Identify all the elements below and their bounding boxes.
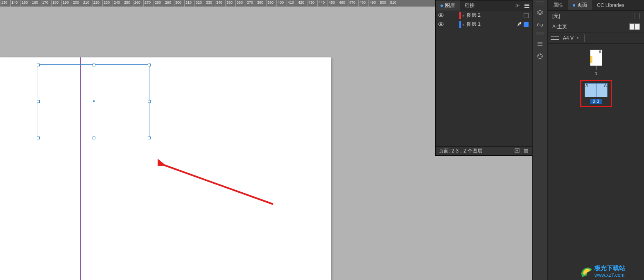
content-indicator (590, 56, 592, 63)
tab-indicator-icon (573, 4, 575, 7)
layers-list: ▸ 图层 2 ▸ 图层 1 (436, 11, 532, 138)
master-thumb-icon (635, 23, 640, 30)
palette-icon (537, 53, 543, 59)
panel-collapse-button[interactable]: >> (512, 0, 522, 11)
svg-point-3 (440, 14, 442, 16)
dock-links-button[interactable] (533, 19, 547, 31)
layer-row[interactable]: ▸ 图层 1 (436, 20, 532, 29)
resize-handle-tl[interactable] (37, 64, 40, 66)
resize-handle-bl[interactable] (37, 137, 40, 139)
master-a-label: A-主页 (552, 23, 567, 30)
resize-handle-tm[interactable] (93, 64, 95, 66)
eye-icon (438, 13, 444, 17)
resize-handle-br[interactable] (148, 137, 151, 139)
layer-row[interactable]: ▸ 图层 2 (436, 11, 532, 20)
master-thumb-icon (635, 13, 640, 19)
horizontal-ruler[interactable]: 1301401501601701801902002102202302402502… (0, 0, 435, 7)
master-badge: A (604, 83, 607, 88)
active-pen-icon[interactable] (515, 21, 524, 27)
tab-properties-label: 属性 (553, 2, 563, 9)
chevron-down-icon[interactable]: ▼ (576, 36, 579, 40)
double-chevron-icon: >> (515, 3, 519, 8)
page-1-thumb[interactable]: A 1 (590, 50, 602, 76)
pages-panel[interactable]: 属性 页面 CC Libraries [无] A-主页 A4 V ▼ (548, 0, 644, 280)
resize-handle-ml[interactable] (37, 100, 40, 103)
plus-page-icon (515, 148, 520, 153)
resize-handle-mr[interactable] (148, 100, 151, 103)
svg-point-18 (538, 55, 539, 56)
layers-panel[interactable]: 图层 链接 >> ▸ 图层 2 ▸ 图层 1 (435, 0, 532, 156)
layers-icon (537, 10, 543, 16)
resize-handle-bm[interactable] (93, 137, 95, 139)
master-thumb-icon (629, 23, 635, 30)
dock-layers-button[interactable] (533, 7, 547, 19)
page-preset-label[interactable]: A4 V (563, 35, 574, 41)
layer-name[interactable]: 图层 2 (467, 12, 515, 19)
selected-spread-highlight: A A 2-3 (580, 80, 612, 107)
dock-stroke-button[interactable] (533, 38, 547, 50)
tab-links[interactable]: 链接 (460, 0, 479, 11)
layers-status-text: 页面: 2-3，2 个图层 (439, 148, 482, 155)
document-pasteboard[interactable]: 1301401501601701801902002102202302402502… (0, 0, 435, 280)
svg-point-17 (538, 54, 542, 59)
links-icon (537, 22, 543, 28)
layer-name[interactable]: 图层 1 (467, 21, 515, 28)
spread-2-3-thumb[interactable]: A A (585, 83, 608, 97)
master-a-row[interactable]: A-主页 (548, 21, 644, 32)
tab-layers[interactable]: 图层 (436, 0, 460, 11)
tab-pages[interactable]: 页面 (568, 0, 592, 10)
dock-grip[interactable] (536, 1, 544, 5)
list-icon[interactable] (551, 36, 559, 40)
master-badge: A (585, 83, 588, 88)
delete-layer-button[interactable] (524, 148, 529, 154)
layers-panel-tabs: 图层 链接 >> (436, 0, 532, 11)
master-none-label: [无] (552, 13, 560, 20)
svg-point-5 (440, 23, 442, 25)
page-preset-bar: A4 V ▼ (548, 32, 644, 44)
layers-panel-status-bar: 页面: 2-3，2 个图层 (436, 146, 532, 155)
pages-panel-tabs: 属性 页面 CC Libraries (548, 0, 644, 11)
svg-point-20 (541, 56, 542, 57)
tab-pages-label: 页面 (577, 2, 587, 9)
master-badge: A (599, 50, 601, 54)
svg-rect-9 (524, 149, 528, 153)
selection-proxy[interactable] (524, 22, 529, 27)
disclosure-icon[interactable]: ▸ (463, 14, 467, 18)
resize-handle-tr[interactable] (148, 64, 151, 66)
layer-color-swatch (459, 12, 461, 19)
pages-thumbnail-area[interactable]: A 1 A A 2-3 (548, 44, 644, 113)
page-1-label: 1 (595, 71, 597, 76)
divider (584, 34, 585, 42)
panel-menu-button[interactable] (522, 0, 532, 11)
tab-cc-libraries[interactable]: CC Libraries (592, 0, 629, 10)
svg-text:极光下载站: 极光下载站 (594, 264, 625, 271)
page-connector (596, 66, 597, 70)
tab-cclib-label: CC Libraries (597, 2, 624, 8)
trash-icon (524, 148, 529, 153)
selected-rectangle-frame[interactable] (38, 64, 149, 138)
eye-icon (438, 22, 444, 26)
masters-section: [无] A-主页 (548, 11, 644, 32)
disclosure-icon[interactable]: ▸ (463, 23, 467, 27)
tab-layers-label: 图层 (445, 2, 455, 9)
selection-center-icon (93, 100, 95, 102)
dock-grip[interactable] (536, 32, 544, 36)
hamburger-icon (524, 5, 529, 6)
tab-properties[interactable]: 属性 (548, 0, 568, 10)
pen-icon (517, 21, 522, 26)
visibility-toggle[interactable] (436, 22, 446, 27)
svg-point-19 (540, 54, 541, 55)
new-layer-button[interactable] (515, 148, 520, 154)
tab-indicator-icon (441, 5, 443, 7)
selection-proxy[interactable] (524, 13, 529, 18)
tab-links-label: 链接 (465, 2, 475, 9)
visibility-toggle[interactable] (436, 13, 446, 18)
svg-marker-13 (537, 10, 543, 14)
layer-color-swatch (459, 21, 461, 28)
collapsed-panel-dock[interactable] (532, 0, 548, 280)
master-none-row[interactable]: [无] (548, 11, 644, 21)
spread-label: 2-3 (590, 99, 602, 104)
svg-text:www.xz7.com: www.xz7.com (594, 272, 624, 278)
dock-color-button[interactable] (533, 50, 547, 62)
site-watermark: 极光下载站 www.xz7.com (580, 264, 643, 279)
